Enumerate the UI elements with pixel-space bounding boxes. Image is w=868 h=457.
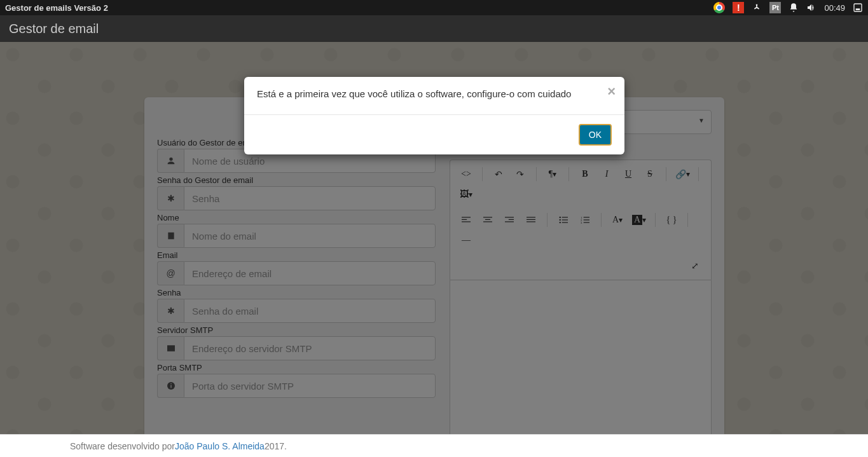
system-tray: ! Pt 00:49 (713, 2, 863, 13)
menu-icon[interactable] (853, 3, 863, 13)
window-title: Gestor de emails Versão 2 (5, 3, 108, 13)
clock[interactable]: 00:49 (824, 3, 845, 13)
modal-text: Está e a primeira vez que você utiliza o… (244, 77, 624, 114)
content-area: Conf Usuário do Gestor de email Senha do… (0, 42, 868, 434)
app-header: Gestor de email (0, 15, 868, 42)
first-run-modal: × Está e a primeira vez que você utiliza… (244, 77, 624, 154)
app-title: Gestor de email (9, 22, 99, 36)
footer: Software desenvolvido por João Paulo S. … (0, 434, 868, 457)
chrome-icon[interactable] (713, 2, 725, 13)
alert-icon[interactable]: ! (733, 2, 744, 13)
bell-icon[interactable] (789, 3, 799, 13)
footer-author-link[interactable]: João Paulo S. Almeida (175, 441, 265, 451)
svg-rect-0 (854, 4, 862, 11)
footer-prefix: Software desenvolvido por (70, 441, 175, 451)
ok-button[interactable]: OK (579, 124, 612, 146)
volume-icon[interactable] (806, 3, 816, 13)
close-icon[interactable]: × (607, 83, 616, 100)
os-topbar: Gestor de emails Versão 2 ! Pt 00:49 (0, 0, 868, 15)
keyboard-layout[interactable]: Pt (769, 2, 781, 13)
svg-rect-1 (856, 8, 860, 10)
pin-icon[interactable] (752, 3, 762, 13)
footer-suffix: 2017. (265, 441, 287, 451)
